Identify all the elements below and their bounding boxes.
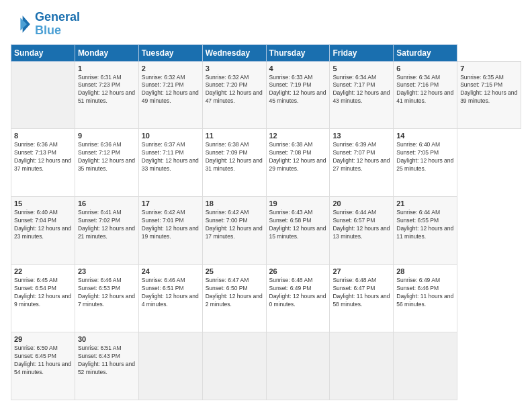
logo-icon [11, 13, 32, 35]
cell-text: Sunrise: 6:32 AMSunset: 7:20 PMDaylight:… [206, 74, 263, 106]
day-number: 25 [206, 267, 263, 275]
logo: General Blue [11, 11, 80, 38]
calendar-cell [266, 332, 330, 400]
day-number: 3 [206, 64, 263, 73]
cell-text: Sunrise: 6:37 AMSunset: 7:11 PMDaylight:… [142, 141, 200, 173]
calendar-cell: 10Sunrise: 6:37 AMSunset: 7:11 PMDayligh… [138, 129, 202, 197]
calendar-cell: 24Sunrise: 6:46 AMSunset: 6:51 PMDayligh… [138, 265, 202, 332]
day-number: 12 [269, 132, 327, 140]
calendar-cell: 26Sunrise: 6:48 AMSunset: 6:49 PMDayligh… [266, 265, 330, 332]
calendar-cell: 23Sunrise: 6:46 AMSunset: 6:53 PMDayligh… [75, 265, 138, 332]
day-number: 13 [332, 132, 390, 140]
calendar-cell: 13Sunrise: 6:39 AMSunset: 7:07 PMDayligh… [330, 129, 394, 197]
calendar-week: 8Sunrise: 6:36 AMSunset: 7:13 PMDaylight… [11, 129, 521, 197]
day-header: Tuesday [138, 44, 202, 61]
calendar-cell: 1Sunrise: 6:31 AMSunset: 7:23 PMDaylight… [75, 61, 138, 129]
cell-text: Sunrise: 6:51 AMSunset: 6:43 PMDaylight:… [78, 345, 136, 377]
cell-text: Sunrise: 6:42 AMSunset: 7:01 PMDaylight:… [142, 209, 200, 241]
calendar-cell: 28Sunrise: 6:49 AMSunset: 6:46 PMDayligh… [394, 265, 457, 332]
day-header: Thursday [266, 44, 330, 61]
day-number: 14 [396, 132, 454, 140]
day-number: 15 [14, 199, 72, 208]
calendar-cell [138, 332, 202, 400]
calendar-cell [202, 332, 266, 400]
day-number: 2 [142, 64, 200, 73]
day-number: 9 [78, 132, 136, 140]
day-number: 19 [269, 199, 327, 208]
calendar-cell: 22Sunrise: 6:45 AMSunset: 6:54 PMDayligh… [11, 265, 75, 332]
empty-cell [11, 61, 75, 129]
cell-text: Sunrise: 6:34 AMSunset: 7:17 PMDaylight:… [332, 74, 390, 106]
calendar-cell: 17Sunrise: 6:42 AMSunset: 7:01 PMDayligh… [138, 197, 202, 265]
day-number: 10 [142, 132, 200, 140]
day-header: Saturday [394, 44, 457, 61]
cell-text: Sunrise: 6:44 AMSunset: 6:55 PMDaylight:… [396, 209, 454, 241]
day-header: Friday [330, 44, 394, 61]
day-number: 7 [460, 64, 518, 73]
calendar-cell: 27Sunrise: 6:48 AMSunset: 6:47 PMDayligh… [330, 265, 394, 332]
cell-text: Sunrise: 6:48 AMSunset: 6:47 PMDaylight:… [332, 277, 390, 309]
calendar: SundayMondayTuesdayWednesdayThursdayFrid… [11, 44, 521, 400]
calendar-cell: 2Sunrise: 6:32 AMSunset: 7:21 PMDaylight… [138, 61, 202, 129]
calendar-cell: 5Sunrise: 6:34 AMSunset: 7:17 PMDaylight… [330, 61, 394, 129]
calendar-week: 15Sunrise: 6:40 AMSunset: 7:04 PMDayligh… [11, 197, 521, 265]
day-number: 29 [14, 335, 72, 343]
calendar-cell: 9Sunrise: 6:36 AMSunset: 7:12 PMDaylight… [75, 129, 138, 197]
day-header: Monday [75, 44, 138, 61]
day-header: Sunday [11, 44, 75, 61]
cell-text: Sunrise: 6:42 AMSunset: 7:00 PMDaylight:… [206, 209, 263, 241]
cell-text: Sunrise: 6:41 AMSunset: 7:02 PMDaylight:… [78, 209, 136, 241]
calendar-cell: 20Sunrise: 6:44 AMSunset: 6:57 PMDayligh… [330, 197, 394, 265]
logo-text: General Blue [35, 11, 80, 38]
calendar-cell: 25Sunrise: 6:47 AMSunset: 6:50 PMDayligh… [202, 265, 266, 332]
cell-text: Sunrise: 6:32 AMSunset: 7:21 PMDaylight:… [142, 74, 200, 106]
header-row: SundayMondayTuesdayWednesdayThursdayFrid… [11, 44, 521, 61]
day-number: 27 [332, 267, 390, 275]
day-number: 24 [142, 267, 200, 275]
day-number: 21 [396, 199, 454, 208]
calendar-cell: 11Sunrise: 6:38 AMSunset: 7:09 PMDayligh… [202, 129, 266, 197]
calendar-cell: 21Sunrise: 6:44 AMSunset: 6:55 PMDayligh… [394, 197, 457, 265]
cell-text: Sunrise: 6:43 AMSunset: 6:58 PMDaylight:… [269, 209, 327, 241]
day-number: 6 [396, 64, 454, 73]
header: General Blue [11, 11, 521, 38]
day-number: 30 [78, 335, 136, 343]
day-number: 23 [78, 267, 136, 275]
day-number: 11 [206, 132, 263, 140]
calendar-cell [330, 332, 394, 400]
cell-text: Sunrise: 6:45 AMSunset: 6:54 PMDaylight:… [14, 277, 72, 309]
cell-text: Sunrise: 6:36 AMSunset: 7:13 PMDaylight:… [14, 141, 72, 173]
cell-text: Sunrise: 6:33 AMSunset: 7:19 PMDaylight:… [269, 74, 327, 106]
calendar-cell: 30Sunrise: 6:51 AMSunset: 6:43 PMDayligh… [75, 332, 138, 400]
day-number: 22 [14, 267, 72, 275]
cell-text: Sunrise: 6:36 AMSunset: 7:12 PMDaylight:… [78, 141, 136, 173]
cell-text: Sunrise: 6:47 AMSunset: 6:50 PMDaylight:… [206, 277, 263, 309]
calendar-week: 29Sunrise: 6:50 AMSunset: 6:45 PMDayligh… [11, 332, 521, 400]
day-number: 5 [332, 64, 390, 73]
calendar-cell: 3Sunrise: 6:32 AMSunset: 7:20 PMDaylight… [202, 61, 266, 129]
calendar-cell: 29Sunrise: 6:50 AMSunset: 6:45 PMDayligh… [11, 332, 75, 400]
cell-text: Sunrise: 6:39 AMSunset: 7:07 PMDaylight:… [332, 141, 390, 173]
cell-text: Sunrise: 6:40 AMSunset: 7:05 PMDaylight:… [396, 141, 454, 173]
calendar-cell: 19Sunrise: 6:43 AMSunset: 6:58 PMDayligh… [266, 197, 330, 265]
cell-text: Sunrise: 6:44 AMSunset: 6:57 PMDaylight:… [332, 209, 390, 241]
cell-text: Sunrise: 6:31 AMSunset: 7:23 PMDaylight:… [78, 74, 136, 106]
cell-text: Sunrise: 6:48 AMSunset: 6:49 PMDaylight:… [269, 277, 327, 309]
calendar-cell: 12Sunrise: 6:38 AMSunset: 7:08 PMDayligh… [266, 129, 330, 197]
page: General Blue SundayMondayTuesdayWednesda… [0, 0, 532, 411]
cell-text: Sunrise: 6:46 AMSunset: 6:53 PMDaylight:… [78, 277, 136, 309]
calendar-cell: 15Sunrise: 6:40 AMSunset: 7:04 PMDayligh… [11, 197, 75, 265]
day-header: Wednesday [202, 44, 266, 61]
day-number: 20 [332, 199, 390, 208]
cell-text: Sunrise: 6:49 AMSunset: 6:46 PMDaylight:… [396, 277, 454, 309]
calendar-week: 1Sunrise: 6:31 AMSunset: 7:23 PMDaylight… [11, 61, 521, 129]
calendar-body: 1Sunrise: 6:31 AMSunset: 7:23 PMDaylight… [11, 61, 521, 400]
calendar-cell: 7Sunrise: 6:35 AMSunset: 7:15 PMDaylight… [457, 61, 521, 129]
day-number: 18 [206, 199, 263, 208]
calendar-cell: 14Sunrise: 6:40 AMSunset: 7:05 PMDayligh… [394, 129, 457, 197]
cell-text: Sunrise: 6:46 AMSunset: 6:51 PMDaylight:… [142, 277, 200, 309]
cell-text: Sunrise: 6:38 AMSunset: 7:09 PMDaylight:… [206, 141, 263, 173]
cell-text: Sunrise: 6:38 AMSunset: 7:08 PMDaylight:… [269, 141, 327, 173]
cell-text: Sunrise: 6:40 AMSunset: 7:04 PMDaylight:… [14, 209, 72, 241]
cell-text: Sunrise: 6:34 AMSunset: 7:16 PMDaylight:… [396, 74, 454, 106]
